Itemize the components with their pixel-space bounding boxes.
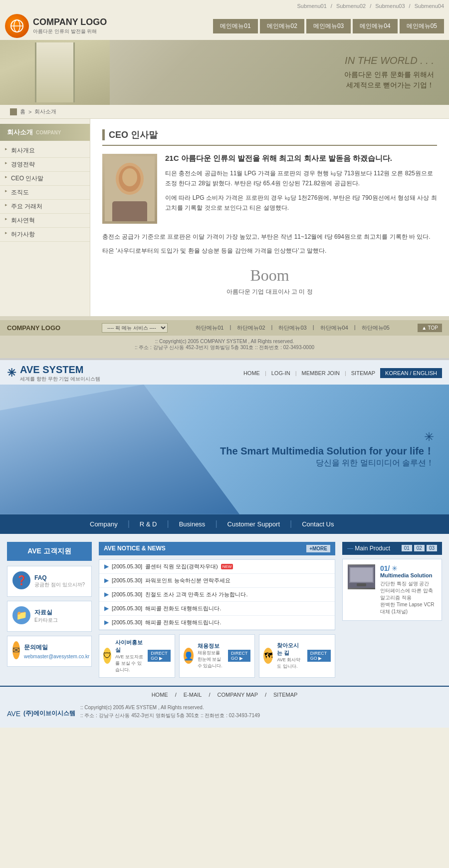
svg-point-7: [122, 168, 137, 186]
site1-logo: COMPANY LOGO 아름다운 인류의 발전을 위해: [5, 14, 107, 38]
site2-hero-building: [0, 385, 239, 514]
news-arrow-2: ▶: [104, 577, 109, 584]
quicklink-security[interactable]: 🛡 사이버홍보실 AVE 보도자료를 보실 수 있습니다. DIRECT GO …: [99, 634, 175, 678]
product-nav-2[interactable]: 02: [414, 545, 425, 551]
site1-nav-btn-5[interactable]: 메인메뉴05: [400, 19, 444, 33]
site1-main-nav: 메인메뉴01 메인메뉴02 메인메뉴03 메인메뉴04 메인메뉴05: [213, 19, 444, 33]
site2-nav-business[interactable]: Business: [169, 514, 216, 534]
breadcrumb-sep: >: [28, 109, 31, 115]
sidebar-item-1[interactable]: 회사개요: [0, 144, 90, 158]
site1-topnav-item3[interactable]: Submenu03: [375, 3, 405, 9]
quicklink-recruit[interactable]: 👤 채용정보 채용정보를 한눈에 보실 수 있습니다. DIRECT GO ▶: [179, 634, 255, 678]
news-item-2[interactable]: ▶ [2005.05.30] 파워포인트 능숙하신분 연락주세요: [99, 574, 335, 588]
sidebar-item-6[interactable]: 회사연혁: [0, 214, 90, 228]
site2-topbar: ✳ AVE SYSTEM 세계를 향한 무한 기업 에브이시스템 HOME | …: [0, 360, 449, 385]
news-item-5[interactable]: ▶ [2005.05.30] 해피콜 전화도 대행해드립니다.: [99, 616, 335, 630]
site2-hero-star: ✳: [220, 430, 434, 444]
top-button[interactable]: ▲ TOP: [418, 324, 442, 332]
site2-footer-logo: AVE (주)에이브이시스템: [7, 709, 75, 718]
site2-sidebar-docs[interactable]: 📁 자료실 E카타로그: [7, 601, 92, 632]
site2-sidebar-title: AVE 고객지원: [7, 542, 92, 561]
site2-logo-star: ✳: [7, 367, 16, 380]
ceo-para3: 충전소 공급가 기준으로 프로판은 이달 가격이 가장 높았고, 부탄은 작년 …: [102, 232, 437, 242]
sidebar-item-2[interactable]: 경영전략: [0, 158, 90, 172]
site2-news: AVE NOTICE & NEWS +MORE ▶ [2005.05.30] 콜…: [99, 542, 335, 678]
site1-topnav: Submenu01 / Submenu02 / Submenu03 / Subm…: [0, 0, 449, 10]
ceo-para4: 타은 '사우디로부터의 도입가 및 환율 상승분 등을 감안해 가격을 인상했다…: [102, 246, 437, 256]
sidebar-item-5[interactable]: 주요 거래처: [0, 200, 90, 214]
quicklink-recruit-btn[interactable]: DIRECT GO ▶: [228, 650, 250, 662]
site2-sidebar-email[interactable]: ✉ 문의메일 webmaster@avesystem.co.kr: [7, 636, 92, 667]
ceo-para2: 이에 따라 LPG 소비자 가격은 프로판의 경우 ㎏당 1천276원에, 부탄…: [165, 193, 437, 213]
news-text-1: 콜센터 직원 모집(경력자우대): [145, 563, 218, 570]
news-item-3[interactable]: ▶ [2005.05.30] 친절도 조사 고객 만족도 조사 가능합니다.: [99, 588, 335, 602]
footer2-logo-star: AVE: [7, 710, 20, 718]
site2-topnav-home[interactable]: HOME: [243, 370, 260, 376]
site1-sidebar-title: 회사소개 COMPANY: [0, 124, 90, 141]
product-num: 01/: [380, 564, 390, 572]
security-icon: 🛡: [103, 648, 111, 664]
site1-footer-top: COMPANY LOGO ---- 픽 메뉴 서비스 ---- 하단메뉴01 |…: [0, 320, 449, 336]
site1-footer-select[interactable]: ---- 픽 메뉴 서비스 ----: [102, 323, 168, 333]
site1-nav-btn-1[interactable]: 메인메뉴01: [213, 19, 257, 33]
site1-topnav-item4[interactable]: Submenu04: [415, 3, 444, 9]
footer2-map[interactable]: COMPANY MAP: [217, 692, 258, 698]
footer-nav-4[interactable]: 하단메뉴04: [320, 324, 348, 332]
news-item-4[interactable]: ▶ [2005.05.30] 해피콜 전화도 대행해드립니다.: [99, 602, 335, 616]
site1: Submenu01 / Submenu02 / Submenu03 / Subm…: [0, 0, 449, 358]
product-nav-3[interactable]: 03: [427, 545, 437, 551]
section-title-bar: CEO 인사말: [102, 129, 437, 146]
site2-topnav-sitemap[interactable]: SITEMAP: [351, 370, 375, 376]
site2-sidebar: AVE 고객지원 ❓ FAQ 궁금한 점이 있으시까? 📁 자료실 E카타로그: [7, 542, 92, 678]
site2-product-nav: 01 02 03: [402, 545, 437, 551]
site2-hero: ✳ The Smart Multimedia Solution for your…: [0, 385, 449, 514]
news-arrow-3: ▶: [104, 591, 109, 598]
footer-nav-3[interactable]: 하단메뉴03: [278, 324, 306, 332]
signature-area: Boom 아름다운 기업 대표이사 고 미 정: [102, 266, 437, 296]
site2-nav-support[interactable]: Customer Support: [218, 514, 290, 534]
footer2-home[interactable]: HOME: [152, 692, 168, 698]
home-icon: [10, 108, 17, 115]
news-item-1[interactable]: ▶ [2005.05.30] 콜센터 직원 모집(경력자우대) NEW: [99, 560, 335, 574]
product-nav-1[interactable]: 01: [402, 545, 412, 551]
site1-nav-btn-2[interactable]: 메인메뉴02: [260, 19, 304, 33]
faq-desc: 궁금한 점이 있으시까?: [34, 581, 85, 588]
site1-topnav-item2[interactable]: Submenu02: [336, 3, 366, 9]
quicklink-map-btn[interactable]: DIRECT GO ▶: [307, 650, 331, 662]
sidebar-item-7[interactable]: 허가사항: [0, 228, 90, 242]
site2-topnav-member[interactable]: MEMBER JOIN: [302, 370, 340, 376]
site2-nav-contact[interactable]: Contact Us: [292, 514, 344, 534]
site1-nav-btn-4[interactable]: 메인메뉴04: [353, 19, 397, 33]
site1-logo-sub: 아름다운 인류의 발전을 위해: [33, 28, 107, 35]
recruit-icon: 👤: [184, 648, 194, 664]
breadcrumb-home[interactable]: 홈: [20, 108, 25, 115]
site2-nav-company[interactable]: Company: [80, 514, 128, 534]
quicklink-map[interactable]: 🗺 찾아오시는 길 AVE 회사약도 입니다. DIRECT GO ▶: [259, 634, 335, 678]
site1-nav-btn-3[interactable]: 메인메뉴03: [306, 19, 351, 33]
news-date-1: [2005.05.30]: [112, 563, 142, 569]
sidebar-item-4[interactable]: 조직도: [0, 186, 90, 200]
footer-nav-5[interactable]: 하단메뉴05: [362, 324, 390, 332]
quicklink-security-btn[interactable]: DIRECT GO ▶: [148, 650, 170, 662]
footer2-email[interactable]: E-MAIL: [184, 692, 202, 698]
site2-footer-nav: HOME / E-MAIL / COMPANY MAP / SITEMAP: [7, 692, 442, 698]
footer2-sitemap[interactable]: SITEMAP: [273, 692, 297, 698]
site1-sidebar: 회사소개 COMPANY 회사개요 경영전략 CEO 인사말 조직도 주요 거래…: [0, 119, 90, 316]
sidebar-item-3[interactable]: CEO 인사말: [0, 172, 90, 186]
site2-hero-subtitle: 당신을 위한 멀티미디어 솔루션！: [220, 458, 434, 468]
news-arrow-4: ▶: [104, 605, 109, 612]
footer-nav-1[interactable]: 하단메뉴01: [196, 324, 224, 332]
site2-sidebar-faq[interactable]: ❓ FAQ 궁금한 점이 있으시까?: [7, 566, 92, 597]
site2-nav-rd[interactable]: R & D: [130, 514, 167, 534]
site1-topnav-item1[interactable]: Submenu01: [297, 3, 327, 9]
site2-lang-btn[interactable]: KOREAN / ENGLISH: [380, 368, 442, 378]
site1-sidebar-menu: 회사개요 경영전략 CEO 인사말 조직도 주요 거래처 회사연혁 허가사항: [0, 144, 90, 242]
site1-banner-en: IN THE WORLD . . .: [344, 55, 434, 66]
site1-topnav-sep3: /: [409, 3, 411, 9]
product-title: Multimedia Solution: [380, 572, 437, 578]
site2-news-more[interactable]: +MORE: [306, 545, 330, 552]
site2-topnav-login[interactable]: LOG-IN: [271, 370, 290, 376]
footer-nav-2[interactable]: 하단메뉴02: [237, 324, 265, 332]
site2: ✳ AVE SYSTEM 세계를 향한 무한 기업 에브이시스템 HOME | …: [0, 360, 449, 728]
site2-logo-text-wrap: AVE SYSTEM 세계를 향한 무한 기업 에브이시스템: [20, 364, 100, 383]
